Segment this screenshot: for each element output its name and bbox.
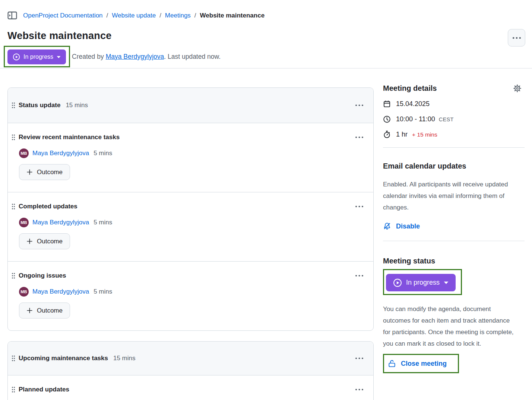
meeting-duration-row: 1 hr + 15 mins	[383, 131, 526, 138]
breadcrumb-separator: /	[107, 12, 108, 19]
section-menu-button[interactable]	[354, 356, 365, 360]
section-duration: 15 mins	[113, 355, 136, 362]
panel-collapse-icon	[7, 11, 17, 20]
highlight-box-status-header: In progress	[4, 46, 70, 67]
drag-handle-icon[interactable]	[12, 134, 15, 141]
agenda-item-title: Ongoing issues	[19, 271, 66, 280]
avatar: MB	[19, 148, 29, 158]
item-author-link[interactable]: Maya Berdygylyjova	[32, 219, 89, 226]
drag-handle-icon[interactable]	[12, 386, 15, 393]
agenda-item-menu-button[interactable]	[354, 205, 365, 208]
chevron-down-icon	[444, 281, 449, 284]
highlight-box-wrapper: In progress	[383, 265, 526, 295]
drag-handle-icon[interactable]	[12, 203, 15, 210]
meeting-status-dropdown[interactable]: In progress	[7, 49, 66, 64]
sidebar-toggle-icon[interactable]	[7, 11, 17, 20]
chevron-down-icon	[57, 56, 61, 58]
page-title: Website maintenance	[7, 30, 532, 42]
breadcrumb-link-parent[interactable]: Website update	[112, 12, 156, 19]
stopwatch-icon	[383, 131, 391, 138]
gear-icon	[513, 84, 522, 93]
section-title: Upcoming maintenance tasks	[19, 354, 108, 362]
item-author-link[interactable]: Maya Berdygylyjova	[32, 150, 89, 157]
kebab-icon	[355, 136, 364, 138]
item-author-link[interactable]: Maya Berdygylyjova	[32, 288, 89, 295]
meeting-page: OpenProject Documentation / Website upda…	[0, 0, 532, 400]
plus-icon	[26, 238, 33, 244]
meeting-details-settings-button[interactable]	[513, 84, 522, 93]
meeting-status-description: You can modify the agenda, document outc…	[383, 303, 515, 349]
kebab-icon	[355, 104, 364, 106]
breadcrumb-link-project[interactable]: OpenProject Documentation	[23, 12, 103, 19]
agenda-item-menu-button[interactable]	[354, 274, 365, 278]
add-outcome-button[interactable]: Outcome	[19, 303, 70, 319]
agenda-item: Review recent maintenance tasks MB Maya …	[8, 123, 373, 192]
agenda-item: Planned updates	[8, 375, 373, 400]
avatar: MB	[19, 218, 29, 227]
sidebar-divider	[383, 147, 525, 148]
outcome-label: Outcome	[37, 169, 63, 176]
drag-handle-icon[interactable]	[12, 102, 15, 109]
meeting-status-label: In progress	[406, 279, 440, 287]
item-duration: 5 mins	[94, 219, 112, 226]
plus-icon	[26, 307, 33, 314]
meeting-duration: 1 hr	[396, 131, 408, 138]
header-divider	[0, 68, 532, 68]
agenda-item-title: Planned updates	[19, 385, 69, 394]
play-circle-icon	[393, 278, 402, 287]
add-outcome-button[interactable]: Outcome	[19, 233, 70, 249]
meeting-time: 10:00 - 11:00	[396, 115, 435, 123]
meeting-date-row: 15.04.2025	[383, 100, 526, 108]
breadcrumb-separator: /	[194, 12, 196, 19]
breadcrumb-separator: /	[159, 12, 161, 19]
highlight-box-close-meeting: Close meeting	[383, 354, 459, 373]
clock-icon	[383, 115, 391, 123]
section-menu-button[interactable]	[354, 103, 365, 107]
kebab-icon	[355, 205, 364, 208]
page-more-actions-button[interactable]	[508, 29, 525, 47]
agenda-card-status-update: Status update 15 mins Review recent main…	[7, 87, 374, 331]
section-title: Status update	[19, 101, 60, 109]
agenda-item: Completed updates MB Maya Berdygylyjova …	[8, 192, 373, 262]
disable-email-updates-link[interactable]: Disable	[383, 222, 420, 230]
meeting-date: 15.04.2025	[396, 100, 430, 108]
kebab-icon	[355, 388, 364, 391]
drag-handle-icon[interactable]	[12, 355, 15, 362]
bell-slash-icon	[383, 222, 391, 230]
agenda-item-menu-button[interactable]	[354, 135, 365, 139]
breadcrumb: OpenProject Documentation / Website upda…	[0, 0, 532, 20]
agenda-item-menu-button[interactable]	[354, 388, 365, 391]
kebab-icon	[355, 275, 364, 277]
meeting-details-sidebar: Meeting details	[383, 84, 526, 373]
add-outcome-button[interactable]: Outcome	[19, 164, 70, 180]
unlock-icon	[388, 359, 396, 368]
meeting-status-label: In progress	[23, 54, 53, 60]
meeting-added-time: + 15 mins	[412, 131, 437, 138]
disable-label: Disable	[396, 223, 420, 230]
drag-handle-icon[interactable]	[12, 272, 15, 279]
outcome-label: Outcome	[37, 238, 63, 245]
play-circle-icon	[13, 53, 20, 61]
author-link[interactable]: Maya Berdygylyjova	[106, 53, 164, 60]
meeting-timezone: CEST	[439, 116, 454, 122]
agenda-column: Status update 15 mins Review recent main…	[7, 87, 374, 400]
email-updates-heading: Email calendar updates	[383, 162, 526, 170]
meeting-time-row: 10:00 - 11:00 CEST	[383, 115, 526, 123]
meeting-details-heading: Meeting details	[383, 84, 437, 93]
email-updates-description: Enabled. All participants will receive u…	[383, 179, 515, 213]
meeting-status-dropdown-sidebar[interactable]: In progress	[386, 274, 456, 291]
agenda-item: Ongoing issues MB Maya Berdygylyjova 5 m…	[8, 262, 373, 330]
breadcrumb-current: Website maintenance	[200, 12, 265, 19]
close-meeting-label: Close meeting	[401, 360, 447, 368]
agenda-card-upcoming-tasks: Upcoming maintenance tasks 15 mins Plann…	[7, 341, 374, 400]
close-meeting-button[interactable]: Close meeting	[388, 359, 447, 368]
item-duration: 5 mins	[94, 288, 112, 295]
agenda-section-header: Status update 15 mins	[8, 88, 373, 123]
created-by-suffix: . Last updated now.	[164, 53, 221, 60]
avatar: MB	[19, 287, 29, 297]
section-duration: 15 mins	[66, 102, 88, 109]
breadcrumb-link-meetings[interactable]: Meetings	[165, 12, 191, 19]
plus-icon	[26, 169, 33, 175]
meeting-status-row: In progress Created byMaya Berdygylyjova…	[0, 46, 532, 67]
outcome-label: Outcome	[37, 307, 63, 314]
